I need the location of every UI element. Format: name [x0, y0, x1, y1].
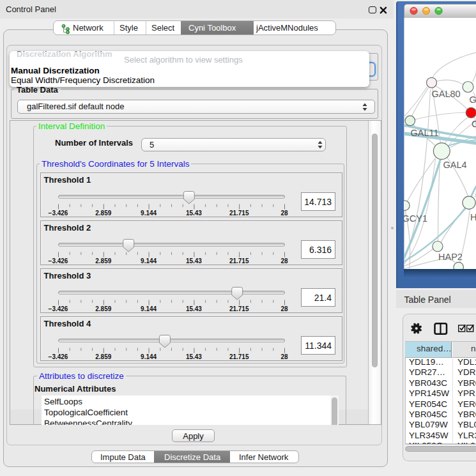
svg-text:H: H	[470, 212, 476, 222]
svg-text:GAL11: GAL11	[410, 128, 438, 138]
svg-text:GA: GA	[469, 95, 476, 105]
svg-text:GAL80: GAL80	[431, 89, 460, 99]
svg-text:C: C	[472, 119, 476, 129]
svg-text:GAL4: GAL4	[443, 160, 466, 170]
svg-text:GCY1: GCY1	[404, 213, 427, 224]
svg-text:HAP2: HAP2	[438, 252, 463, 262]
